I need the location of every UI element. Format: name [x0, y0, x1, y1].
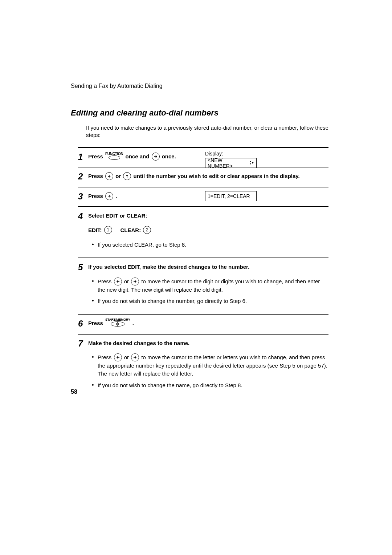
bullet-text: If you do not wish to change the name, g…: [98, 381, 328, 389]
step-heading: Make the desired changes to the name.: [88, 338, 328, 349]
step-number: 4: [78, 211, 88, 252]
left-arrow-key-icon: [114, 353, 122, 361]
right-arrow-key-icon: [131, 353, 139, 361]
display-readout: 1=EDIT, 2=CLEAR: [205, 191, 257, 201]
clear-option-label: CLEAR:: [121, 224, 141, 236]
left-arrow-key-icon: [114, 278, 122, 285]
list-item: • If you selected CLEAR, go to Step 8.: [88, 241, 328, 249]
list-item: • If you do not wish to change the numbe…: [88, 297, 328, 305]
step-2: 2 Press or until the number you wish to …: [78, 167, 328, 187]
function-key-icon: FUNCTION: [105, 152, 123, 160]
step-number: 7: [78, 338, 88, 393]
text: or: [124, 354, 131, 360]
section-title: Editing and clearing auto-dial numbers: [71, 108, 328, 118]
right-arrow-key-icon: [131, 278, 139, 285]
text: once.: [162, 153, 176, 159]
step-heading: If you selected EDIT, make the desired c…: [88, 262, 328, 272]
text: or: [115, 173, 122, 179]
text: Press: [88, 173, 105, 179]
step-1: 1 Press FUNCTION once and once. Displ: [78, 147, 328, 167]
step-3: 3 Press . 1=EDIT, 2=CLEAR: [78, 187, 328, 207]
up-arrow-key-icon: [123, 172, 131, 180]
step-number: 2: [78, 171, 88, 182]
list-item: • If you do not wish to change the name,…: [88, 381, 328, 389]
bullet-text: If you do not wish to change the number,…: [98, 297, 328, 305]
text: or: [124, 278, 131, 284]
down-arrow-key-icon: [105, 172, 113, 180]
digit-2-key-icon: 2: [143, 226, 151, 234]
digit-1-key-icon: 1: [104, 226, 112, 234]
step-6: 6 Press START/MEMORY .: [78, 314, 328, 334]
text: .: [132, 320, 134, 326]
text: until the number you wish to edit or cle…: [134, 173, 300, 179]
step-number: 5: [78, 262, 88, 309]
text: .: [115, 193, 117, 199]
display-readout: Display: <NEW NUMBER>: [205, 151, 257, 168]
text: once and: [125, 153, 151, 159]
text: Press: [88, 193, 105, 199]
edit-option-label: EDIT:: [88, 224, 102, 236]
running-head: Sending a Fax by Automatic Dialing: [71, 83, 328, 89]
list-item: • Press or to move the cursor to the dig…: [88, 278, 328, 294]
step-number: 6: [78, 318, 88, 329]
step-number: 1: [78, 151, 88, 162]
step-4: 4 Select EDIT or CLEAR: EDIT: 1 CLEAR: 2…: [78, 206, 328, 258]
step-7: 7 Make the desired changes to the name. …: [78, 334, 328, 398]
right-arrow-key-icon: [152, 153, 160, 161]
text: Press: [98, 278, 113, 284]
list-item: • Press or to move the cursor to the let…: [88, 353, 328, 378]
display-text: 1=EDIT, 2=CLEAR: [208, 193, 250, 199]
text: Press: [88, 320, 105, 326]
manual-page: Sending a Fax by Automatic Dialing Editi…: [0, 0, 392, 555]
up-down-right-arrows-icon: [248, 160, 254, 166]
text: Press: [88, 153, 105, 159]
step-heading: Select EDIT or CLEAR:: [88, 211, 328, 221]
right-arrow-key-icon: [105, 192, 113, 200]
step-5: 5 If you selected EDIT, make the desired…: [78, 258, 328, 314]
steps-list: 1 Press FUNCTION once and once. Displ: [78, 147, 328, 398]
start-memory-key-icon: START/MEMORY: [105, 318, 130, 327]
intro-paragraph: If you need to make changes to a previou…: [86, 124, 328, 139]
text: Press: [98, 354, 113, 360]
step-number: 3: [78, 191, 88, 202]
page-number: 58: [71, 389, 77, 395]
display-label: Display:: [205, 151, 257, 157]
bullet-text: If you selected CLEAR, go to Step 8.: [98, 241, 328, 249]
